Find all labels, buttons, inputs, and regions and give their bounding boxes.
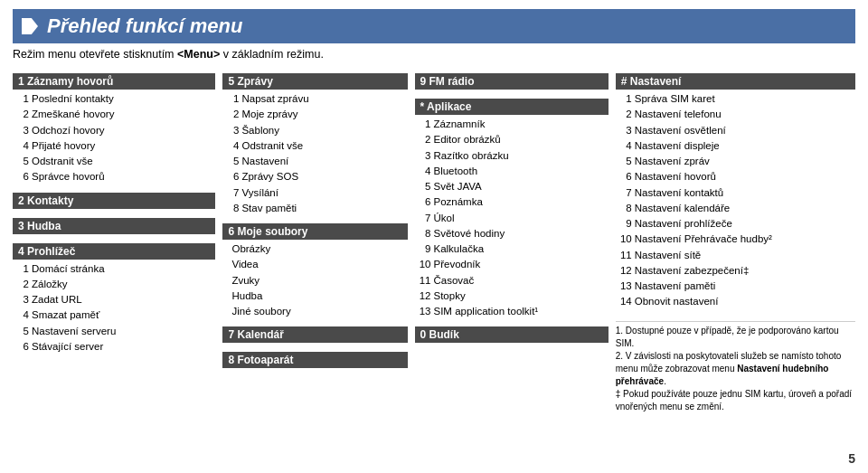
page: Přehled funkcí menu Režim menu otevřete … [0,0,868,473]
section-hudba-header: 3 Hudba [13,218,215,234]
column-2: 5 Zprávy 1Napsat zprávu 2Moje zprávy 3Ša… [222,73,407,464]
list-item: 6Nastavení hovorů [619,169,855,184]
list-item: 3Odchozí hovory [16,123,215,138]
list-item: 9Kalkulačka [419,241,609,257]
section-prohlizec-header: 4 Prohlížeč [13,243,215,260]
list-item: 5Svět JAVA [419,179,609,194]
note-2: 2. V závislosti na poskytovateli služeb … [616,350,855,388]
column-3: 9 FM rádio * Aplikace 1Záznamník 2Editor… [415,73,609,464]
list-item: 3Razítko obrázku [419,148,609,164]
list-item: 5Nastavení serveru [16,324,215,339]
section-aplikace-header: * Aplikace [415,99,609,115]
list-item: 9Nastavení prohlížeče [619,216,855,232]
column-1: 1 Záznamy hovorů 1Poslední kontakty 2Zme… [13,73,215,464]
list-item: 2Moje zprávy [226,107,407,122]
list-item: 11Časovač [419,273,609,289]
section-nastaveni-header: # Nastavení [616,73,855,90]
section-kalendar: 7 Kalendář [222,326,407,345]
page-title: Přehled funkcí menu [47,14,242,38]
list-item: 5Odstranit vše [16,154,215,169]
list-item: 4Smazat paměť [16,307,215,323]
section-zpravy-header: 5 Zprávy [222,73,407,90]
list-item: 1Záznamník [419,117,609,132]
section-kalendar-header: 7 Kalendář [222,326,407,343]
section-moje-soubory-header: 6 Moje soubory [222,223,407,240]
section-nastaveni: # Nastavení 1Správa SIM karet 2Nastavení… [616,73,855,310]
header-area: Přehled funkcí menu Režim menu otevřete … [13,9,855,66]
list-item: 8Stav paměti [226,201,407,216]
list-item: 13SIM application toolkit¹ [419,304,609,319]
section-prohlizec: 4 Prohlížeč 1Domácí stránka 2Záložky 3Za… [13,243,215,355]
list-item: Hudba [231,289,407,304]
menu-keyword: <Menu> [177,48,220,61]
list-item: 10Nastavení Přehrávače hudby² [619,232,855,247]
list-item: 5Nastavení zpráv [619,154,855,169]
list-item: Obrázky [231,241,407,257]
list-item: 12Stopky [419,289,609,304]
list-item: 2Zmeškané hovory [16,107,215,122]
list-item: 14Obnovit nastavení [619,294,855,309]
section-zaznamy: 1 Záznamy hovorů 1Poslední kontakty 2Zme… [13,73,215,185]
section-hudba: 3 Hudba [13,218,215,236]
section-zpravy-list: 1Napsat zprávu 2Moje zprávy 3Šablony 4Od… [222,91,407,216]
list-item: 4Nastavení displeje [619,138,855,154]
list-item: 6Poznámka [419,194,609,210]
section-nastaveni-list: 1Správa SIM karet 2Nastavení telefonu 3N… [616,91,855,310]
note-1: 1. Dostupné pouze v případě, že je podpo… [616,325,855,350]
list-item: Videa [231,257,407,272]
list-item: 7Vysílání [226,185,407,201]
list-item: 3Zadat URL [16,292,215,307]
list-item: 1Poslední kontakty [16,91,215,107]
section-budk-header: 0 Budík [415,326,609,343]
list-item: 7Nastavení kontaktů [619,185,855,201]
list-item: 6Zprávy SOS [226,169,407,184]
section-fm-radio-header: 9 FM rádio [415,73,609,90]
list-item: 1Domácí stránka [16,261,215,277]
list-item: 6Stávající server [16,339,215,355]
section-zaznamy-header: 1 Záznamy hovorů [13,73,215,90]
section-kontakty: 2 Kontakty [13,193,215,211]
list-item: 5Nastavení [226,154,407,169]
list-item: 3Šablony [226,123,407,138]
section-zaznamy-list: 1Poslední kontakty 2Zmeškané hovory 3Odc… [13,91,215,185]
column-4: # Nastavení 1Správa SIM karet 2Nastavení… [616,73,855,464]
note-3: ‡ Pokud používáte pouze jednu SIM kartu,… [616,388,855,413]
title-icon [22,18,38,34]
list-item: 1Napsat zprávu [226,91,407,107]
section-aplikace-list: 1Záznamník 2Editor obrázků 3Razítko obrá… [415,117,609,319]
section-kontakty-header: 2 Kontakty [13,193,215,209]
list-item: 11Nastavení sítě [619,248,855,263]
list-item: Jiné soubory [231,304,407,319]
section-zpravy: 5 Zprávy 1Napsat zprávu 2Moje zprávy 3Ša… [222,73,407,216]
list-item: 6Správce hovorů [16,169,215,184]
section-moje-soubory: 6 Moje soubory Obrázky Videa Zvuky Hudba… [222,223,407,319]
list-item: 1Správa SIM karet [619,91,855,107]
list-item: 7Úkol [419,211,609,226]
list-item: 12Nastavení zabezpečení‡ [619,263,855,279]
list-item: 8Nastavení kalendáře [619,201,855,216]
list-item: 2Editor obrázků [419,132,609,147]
subtitle: Režim menu otevřete stisknutím <Menu> v … [13,48,855,61]
list-item: 13Nastavení paměti [619,279,855,294]
list-item: 3Nastavení osvětlení [619,123,855,138]
list-item: Zvuky [231,273,407,289]
list-item: 4Bluetooth [419,164,609,179]
section-fotoaparat: 8 Fotoaparát [222,352,407,370]
list-item: 4Odstranit vše [226,138,407,154]
content-area: 1 Záznamy hovorů 1Poslední kontakty 2Zme… [13,73,855,464]
list-item: 4Přijaté hovory [16,138,215,154]
title-bar: Přehled funkcí menu [13,9,855,43]
list-item: 8Světové hodiny [419,226,609,241]
page-number: 5 [848,451,855,466]
section-moje-soubory-list: Obrázky Videa Zvuky Hudba Jiné soubory [222,241,407,319]
list-item: 2Nastavení telefonu [619,107,855,122]
section-aplikace: * Aplikace 1Záznamník 2Editor obrázků 3R… [415,99,609,319]
section-prohlizec-list: 1Domácí stránka 2Záložky 3Zadat URL 4Sma… [13,261,215,355]
list-item: 10Převodník [419,257,609,272]
section-budk: 0 Budík [415,326,609,345]
notes-area: 1. Dostupné pouze v případě, že je podpo… [616,321,855,413]
section-fotoaparat-header: 8 Fotoaparát [222,352,407,368]
section-fm-radio: 9 FM rádio [415,73,609,91]
list-item: 2Záložky [16,277,215,292]
